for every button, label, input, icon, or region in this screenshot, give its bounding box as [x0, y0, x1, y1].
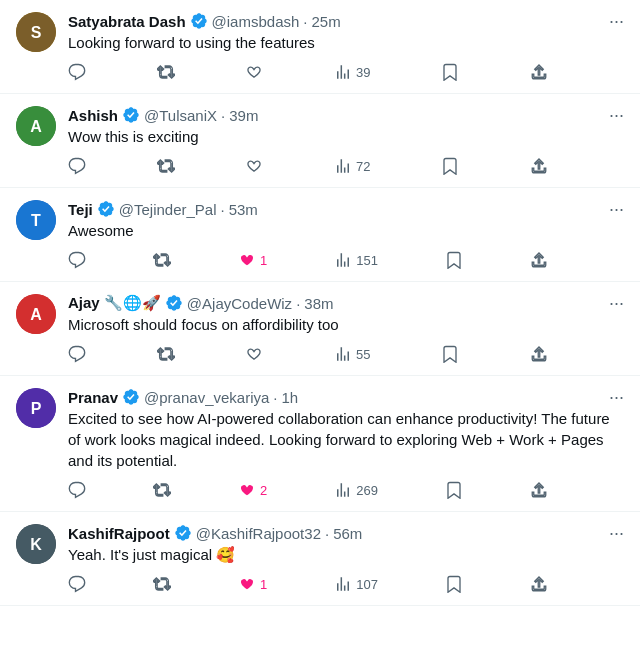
svg-text:T: T	[31, 212, 41, 229]
tweet-header: Satyabrata Dash @iamsbdash · 25m ···	[68, 12, 624, 30]
tweet-dot: ·	[325, 525, 329, 542]
tweet-handle: @Tejinder_Pal	[119, 201, 217, 218]
view-button[interactable]: 72	[334, 157, 370, 175]
view-button[interactable]: 107	[334, 575, 378, 593]
tweet-dot: ·	[221, 107, 225, 124]
tweet-handle: @iamsbdash	[212, 13, 300, 30]
avatar: A	[16, 106, 56, 146]
tweet-name: Satyabrata Dash	[68, 13, 186, 30]
retweet-button[interactable]	[157, 63, 175, 81]
view-button[interactable]: 269	[334, 481, 378, 499]
more-button[interactable]: ···	[609, 388, 624, 406]
verified-icon	[122, 106, 140, 124]
tweet-header: Ajay 🔧🌐🚀 @AjayCodeWiz · 38m ···	[68, 294, 624, 312]
reply-button[interactable]	[68, 575, 86, 593]
more-button[interactable]: ···	[609, 294, 624, 312]
tweet-content: Microsoft should focus on affordibility …	[68, 314, 624, 335]
tweet-body: Ashish @TulsaniX · 39m ··· Wow this is e…	[68, 106, 624, 175]
like-button[interactable]	[245, 157, 263, 175]
retweet-button[interactable]	[153, 251, 171, 269]
view-count: 107	[356, 577, 378, 592]
verified-icon	[190, 12, 208, 30]
avatar: K	[16, 524, 56, 564]
tweet-user-info: Satyabrata Dash @iamsbdash · 25m	[68, 12, 601, 30]
tweet-handle: @TulsaniX	[144, 107, 217, 124]
avatar: T	[16, 200, 56, 240]
more-button[interactable]: ···	[609, 200, 624, 218]
verified-icon	[122, 388, 140, 406]
tweet-actions: 2 269	[68, 481, 548, 499]
reply-button[interactable]	[68, 345, 86, 363]
like-button[interactable]	[245, 63, 263, 81]
tweet-header: Pranav @pranav_vekariya · 1h ···	[68, 388, 624, 406]
svg-text:A: A	[30, 118, 42, 135]
svg-text:S: S	[31, 24, 42, 41]
view-count: 269	[356, 483, 378, 498]
share-button[interactable]	[530, 251, 548, 269]
like-button[interactable]: 2	[238, 481, 267, 499]
tweet-header: Teji @Tejinder_Pal · 53m ···	[68, 200, 624, 218]
reply-button[interactable]	[68, 251, 86, 269]
verified-icon	[174, 524, 192, 542]
retweet-button[interactable]	[157, 345, 175, 363]
reply-button[interactable]	[68, 63, 86, 81]
share-button[interactable]	[530, 481, 548, 499]
tweet-body: Ajay 🔧🌐🚀 @AjayCodeWiz · 38m ··· Microsof…	[68, 294, 624, 363]
view-button[interactable]: 55	[334, 345, 370, 363]
view-count: 151	[356, 253, 378, 268]
view-count: 39	[356, 65, 370, 80]
tweet-handle: @AjayCodeWiz	[187, 295, 292, 312]
tweet-content: Looking forward to using the features	[68, 32, 624, 53]
tweet-handle: @pranav_vekariya	[144, 389, 269, 406]
bookmark-button[interactable]	[441, 345, 459, 363]
like-count: 2	[260, 483, 267, 498]
like-button[interactable]: 1	[238, 251, 267, 269]
tweet-content: Yeah. It's just magical 🥰	[68, 544, 624, 565]
tweet-name: Ashish	[68, 107, 118, 124]
tweet-actions: 55	[68, 345, 548, 363]
view-button[interactable]: 151	[334, 251, 378, 269]
tweet-item: T Teji @Tejinder_Pal · 53m ··· Awesome	[0, 188, 640, 282]
like-count: 1	[260, 577, 267, 592]
tweet-item: P Pranav @pranav_vekariya · 1h ··· Excit…	[0, 376, 640, 512]
bookmark-button[interactable]	[445, 481, 463, 499]
retweet-button[interactable]	[153, 575, 171, 593]
like-button[interactable]	[245, 345, 263, 363]
reply-button[interactable]	[68, 481, 86, 499]
retweet-button[interactable]	[153, 481, 171, 499]
bookmark-button[interactable]	[441, 63, 459, 81]
retweet-button[interactable]	[157, 157, 175, 175]
bookmark-button[interactable]	[445, 251, 463, 269]
tweet-header: KashifRajpoot @KashifRajpoot32 · 56m ···	[68, 524, 624, 542]
share-button[interactable]	[530, 63, 548, 81]
svg-text:K: K	[30, 536, 42, 553]
avatar: A	[16, 294, 56, 334]
avatar: P	[16, 388, 56, 428]
share-button[interactable]	[530, 345, 548, 363]
tweet-name: Ajay 🔧🌐🚀	[68, 294, 161, 312]
tweet-item: A Ashish @TulsaniX · 39m ··· Wow this is…	[0, 94, 640, 188]
view-count: 55	[356, 347, 370, 362]
tweet-time: 56m	[333, 525, 362, 542]
more-button[interactable]: ···	[609, 524, 624, 542]
more-button[interactable]: ···	[609, 12, 624, 30]
reply-button[interactable]	[68, 157, 86, 175]
bookmark-button[interactable]	[445, 575, 463, 593]
tweet-user-info: Pranav @pranav_vekariya · 1h	[68, 388, 601, 406]
tweet-body: Pranav @pranav_vekariya · 1h ··· Excited…	[68, 388, 624, 499]
bookmark-button[interactable]	[441, 157, 459, 175]
avatar: S	[16, 12, 56, 52]
tweet-content: Excited to see how AI-powered collaborat…	[68, 408, 624, 471]
tweet-handle: @KashifRajpoot32	[196, 525, 321, 542]
tweet-name: Pranav	[68, 389, 118, 406]
like-count: 1	[260, 253, 267, 268]
share-button[interactable]	[530, 157, 548, 175]
share-button[interactable]	[530, 575, 548, 593]
tweet-user-info: Ajay 🔧🌐🚀 @AjayCodeWiz · 38m	[68, 294, 601, 312]
view-button[interactable]: 39	[334, 63, 370, 81]
more-button[interactable]: ···	[609, 106, 624, 124]
like-button[interactable]: 1	[238, 575, 267, 593]
tweet-actions: 72	[68, 157, 548, 175]
tweet-time: 1h	[282, 389, 299, 406]
tweet-actions: 39	[68, 63, 548, 81]
